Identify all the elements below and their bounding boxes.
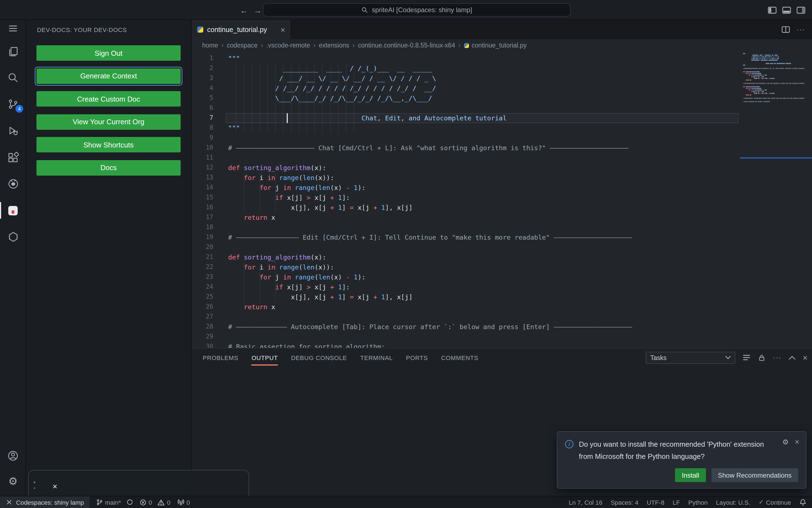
menu-icon[interactable] xyxy=(0,18,26,39)
code-line-21[interactable]: 21def sorting_algorithm(x): xyxy=(192,252,812,262)
error-icon xyxy=(140,499,147,506)
code-line-3[interactable]: 3 / ___/ __ \/ __ \/ __/ / __ \/ / / / _… xyxy=(192,74,812,83)
run-debug-icon[interactable] xyxy=(0,120,26,141)
layout-sidebar-right-icon[interactable] xyxy=(797,6,805,13)
code-line-14[interactable]: 14 for j in range(len(x) - 1): xyxy=(192,183,812,193)
code-line-22[interactable]: 22 for i in range(len(x)): xyxy=(192,262,812,272)
breadcrumb-item-home[interactable]: home xyxy=(202,42,218,49)
sync-icon[interactable] xyxy=(126,499,133,506)
notifications-bell[interactable] xyxy=(799,499,807,506)
breadcrumb-separator: › xyxy=(221,42,224,49)
output-channel-select[interactable]: Tasks xyxy=(646,351,735,364)
forward-arrow-icon[interactable]: → xyxy=(253,5,262,15)
code-line-8[interactable]: 8""" xyxy=(192,123,812,133)
code-line-28[interactable]: 28# ————————————— Autocomplete [Tab]: Pl… xyxy=(192,322,812,332)
panel-more-icon[interactable]: ··· xyxy=(773,353,782,362)
explorer-icon[interactable] xyxy=(0,41,26,62)
install-button[interactable]: Install xyxy=(675,468,706,482)
extensions-icon[interactable] xyxy=(0,147,26,168)
problems-item[interactable]: 0 0 xyxy=(140,499,170,506)
code-line-2[interactable]: 2 _________ ____ / /_(_)___ __ _____ xyxy=(192,64,812,74)
activity-search-icon[interactable] xyxy=(0,67,26,88)
dev-docs-icon[interactable] xyxy=(0,200,26,221)
status-encoding[interactable]: UTF-8 xyxy=(647,499,664,506)
panel-tab-output[interactable]: OUTPUT xyxy=(252,354,278,361)
account-icon[interactable] xyxy=(0,445,26,466)
back-arrow-icon[interactable]: ← xyxy=(240,5,248,15)
tab-close-icon[interactable]: × xyxy=(281,26,285,33)
panel-tab-comments[interactable]: COMMENTS xyxy=(441,354,478,361)
panel-tab-terminal[interactable]: TERMINAL xyxy=(360,354,393,361)
code-line-23[interactable]: 23 for j in range(len(x) - 1): xyxy=(192,272,812,282)
lock-icon[interactable] xyxy=(758,354,766,362)
breadcrumb-item-vscode-remote[interactable]: .vscode-remote xyxy=(266,42,310,49)
sidebar-button-sign-out[interactable]: Sign Out xyxy=(36,45,180,61)
line-number: 23 xyxy=(192,272,213,282)
command-center-search[interactable]: spriteAI [Codespaces: shiny lamp] xyxy=(263,3,571,16)
settings-gear-icon[interactable]: ⚙ xyxy=(0,470,26,492)
remote-indicator[interactable]: Codespaces: shiny lamp xyxy=(0,496,89,508)
code-line-30[interactable]: 30# Basic assertion for sorting algorith… xyxy=(192,342,812,348)
continue-icon[interactable] xyxy=(0,226,26,247)
code-line-26[interactable]: 26 return x xyxy=(192,302,812,312)
status-keyboard-layout[interactable]: Layout: U.S. xyxy=(716,499,750,506)
breadcrumb-item-codespace[interactable]: codespace xyxy=(227,42,257,49)
notification-settings-gear-icon[interactable]: ⚙ xyxy=(782,438,788,445)
status-line-col[interactable]: Ln 7, Col 16 xyxy=(569,499,602,506)
breadcrumb-item-continue-tutorial-py[interactable]: continue_tutorial.py xyxy=(464,42,526,49)
breadcrumb-item-continue-continue-0-8-55-linux-x64[interactable]: continue.continue-0.8.55-linux-x64 xyxy=(358,42,455,49)
sidebar-button-generate-context[interactable]: Generate Context xyxy=(36,68,180,84)
panel-close-icon[interactable]: × xyxy=(803,353,808,362)
show-recommendations-button[interactable]: Show Recommendations xyxy=(711,468,798,482)
code-line-27[interactable]: 27 xyxy=(192,312,812,322)
layout-panel-icon[interactable] xyxy=(782,6,791,13)
status-eol[interactable]: LF xyxy=(673,499,680,506)
code-line-17[interactable]: 17 return x xyxy=(192,213,812,222)
source-control-icon[interactable]: 4 xyxy=(0,93,26,114)
more-actions-icon[interactable]: ··· xyxy=(797,26,805,34)
git-branch-item[interactable]: main* xyxy=(96,499,121,506)
code-editor[interactable]: 1"""2 _________ ____ / /_(_)___ __ _____… xyxy=(192,51,812,348)
panel-tab-problems[interactable]: PROBLEMS xyxy=(203,354,238,361)
line-number: 9 xyxy=(192,133,213,143)
code-line-16[interactable]: 16 x[j], x[j + 1] = x[j + 1], x[j] xyxy=(192,203,812,213)
clear-output-icon[interactable] xyxy=(742,354,751,361)
overlay-close-icon[interactable]: × xyxy=(52,482,57,490)
status-continue[interactable]: ✓ Continue xyxy=(759,499,791,506)
code-line-1[interactable]: 1""" xyxy=(192,53,812,64)
code-line-18[interactable]: 18 xyxy=(192,222,812,232)
tab-continue-tutorial[interactable]: continue_tutorial.py × xyxy=(192,20,291,39)
code-line-12[interactable]: 12def sorting_algorithm(x): xyxy=(192,163,812,173)
code-line-6[interactable]: 6 xyxy=(192,103,812,113)
layout-sidebar-left-icon[interactable] xyxy=(768,6,777,13)
line-number: 3 xyxy=(192,74,213,83)
sidebar-button-show-shortcuts[interactable]: Show Shortcuts xyxy=(36,137,180,153)
code-line-5[interactable]: 5 \___/\____/_/ /_/\__/_/_/ /_/\__,_/\__… xyxy=(192,93,812,103)
notification-close-icon[interactable]: × xyxy=(795,437,799,446)
chevron-up-icon[interactable] xyxy=(789,355,796,360)
code-line-11[interactable]: 11 xyxy=(192,153,812,163)
code-line-19[interactable]: 19# ———————————————— Edit [Cmd/Ctrl + I]… xyxy=(192,232,812,242)
code-line-20[interactable]: 20 xyxy=(192,242,812,252)
code-line-24[interactable]: 24 if x[j] > x[j + 1]: xyxy=(192,282,812,292)
code-line-15[interactable]: 15 if x[j] > x[j + 1]: xyxy=(192,193,812,203)
sidebar-button-view-your-current-org[interactable]: View Your Current Org xyxy=(36,114,180,129)
code-line-13[interactable]: 13 for i in range(len(x)): xyxy=(192,173,812,183)
status-indentation[interactable]: Spaces: 4 xyxy=(611,499,639,506)
panel-tab-ports[interactable]: PORTS xyxy=(406,354,428,361)
panel-tab-debug-console[interactable]: DEBUG CONSOLE xyxy=(291,354,347,361)
github-icon[interactable] xyxy=(0,173,26,195)
code-line-9[interactable]: 9 xyxy=(192,133,812,143)
code-line-25[interactable]: 25 x[j], x[j + 1] = x[j + 1], x[j] xyxy=(192,292,812,302)
code-line-10[interactable]: 10# ———————————————————— Chat [Cmd/Ctrl … xyxy=(192,143,812,153)
code-line-7[interactable]: 7 Chat, Edit, and Autocomplete tutorial xyxy=(192,113,812,123)
sidebar-button-create-custom-doc[interactable]: Create Custom Doc xyxy=(36,91,180,107)
breadcrumb-item-extensions[interactable]: extensions xyxy=(319,42,349,49)
code-line-29[interactable]: 29 xyxy=(192,332,812,342)
ports-item[interactable]: 0 xyxy=(177,499,190,506)
minimap[interactable] xyxy=(740,53,804,114)
status-language[interactable]: Python xyxy=(688,499,707,506)
split-editor-icon[interactable] xyxy=(782,26,790,33)
code-line-4[interactable]: 4 / /__/ /_/ / / / / /_/ / / / / /_/ / _… xyxy=(192,83,812,93)
sidebar-button-docs[interactable]: Docs xyxy=(36,160,180,175)
